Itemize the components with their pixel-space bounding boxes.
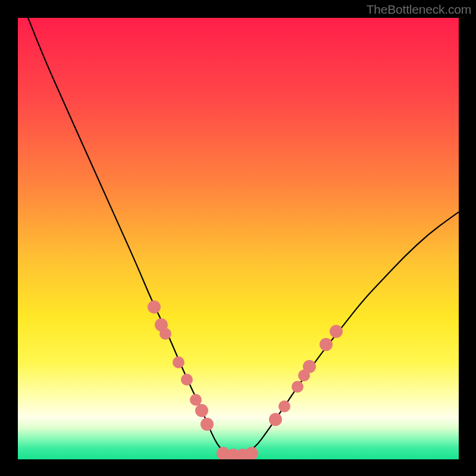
highlight-point <box>195 404 208 417</box>
highlight-point <box>330 325 343 338</box>
highlight-point <box>320 338 333 351</box>
highlight-point <box>303 360 316 373</box>
highlight-point <box>173 356 184 368</box>
bottleneck-curve <box>18 18 459 455</box>
highlight-point <box>245 447 258 459</box>
highlight-point <box>201 418 214 431</box>
curve-layer <box>18 18 459 459</box>
watermark-text: TheBottleneck.com <box>367 2 471 17</box>
highlight-point <box>269 413 282 426</box>
highlight-point <box>148 300 161 314</box>
highlight-point <box>181 374 193 386</box>
chart-frame: TheBottleneck.com <box>0 0 476 476</box>
highlight-point <box>292 381 303 393</box>
highlight-point <box>159 328 171 340</box>
plot-area <box>18 18 459 459</box>
highlight-point <box>278 400 290 412</box>
